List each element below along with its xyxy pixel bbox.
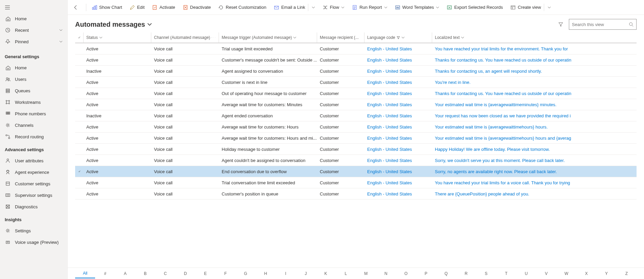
table-row[interactable]: ActiveVoice callAverage wait time for cu…: [75, 99, 637, 110]
sidebar-item-settings[interactable]: Settings: [0, 225, 67, 236]
cell-localized-text[interactable]: Your estimated wait time is {averagewait…: [432, 124, 637, 130]
alpha-tab-t[interactable]: T: [496, 269, 516, 278]
edit-button[interactable]: Edit: [126, 0, 148, 15]
col-channel[interactable]: Channel (Automated message): [151, 32, 219, 43]
table-row[interactable]: ActiveVoice callTrial conversation time …: [75, 177, 637, 188]
cell-language[interactable]: English - United States: [364, 102, 432, 107]
hamburger-button[interactable]: [0, 2, 67, 13]
cell-localized-text[interactable]: Your estimated wait time is {averagewait…: [432, 102, 637, 107]
sidebar-item-supervisor-settings[interactable]: Supervisor settings: [0, 189, 67, 201]
cell-language[interactable]: English - United States: [364, 46, 432, 51]
cell-language[interactable]: English - United States: [364, 69, 432, 74]
table-row[interactable]: ActiveVoice callEnd conversation due to …: [75, 166, 637, 177]
table-row[interactable]: ActiveVoice callCustomer's position in q…: [75, 188, 637, 200]
cell-language[interactable]: English - United States: [364, 158, 432, 163]
cell-localized-text[interactable]: Thanks for contacting us. You have reach…: [432, 91, 637, 96]
alpha-tab-f[interactable]: F: [216, 269, 236, 278]
alpha-tab-w[interactable]: W: [556, 269, 576, 278]
chevron-down-icon[interactable]: [341, 6, 345, 9]
word-templates-button[interactable]: Word Templates: [392, 0, 443, 15]
alpha-tab-b[interactable]: B: [135, 269, 155, 278]
col-recipient[interactable]: Message recipient (...: [317, 32, 364, 43]
sidebar-item-customer-settings[interactable]: Customer settings: [0, 178, 67, 189]
table-row[interactable]: ActiveVoice callAgent couldn't be assign…: [75, 155, 637, 166]
sidebar-item-channels[interactable]: Channels: [0, 119, 67, 131]
cell-localized-text[interactable]: You're next in line.: [432, 80, 637, 85]
filter-button[interactable]: [556, 20, 565, 29]
cell-localized-text[interactable]: You have reached your trial limits for t…: [432, 46, 637, 51]
alpha-tab-r[interactable]: R: [456, 269, 476, 278]
cell-language[interactable]: English - United States: [364, 80, 432, 85]
sidebar-item-phone-numbers[interactable]: Phone numbers: [0, 108, 67, 119]
alpha-tab-h[interactable]: H: [256, 269, 275, 278]
row-checkbox[interactable]: [75, 169, 83, 173]
alpha-tab-s[interactable]: S: [476, 269, 496, 278]
table-row[interactable]: ActiveVoice callAverage wait time for cu…: [75, 121, 637, 133]
sidebar-item-workstreams[interactable]: Workstreams: [0, 96, 67, 108]
cell-language[interactable]: English - United States: [364, 147, 432, 152]
alpha-tab-c[interactable]: C: [155, 269, 175, 278]
sidebar-item-home[interactable]: Home: [0, 13, 67, 24]
sidebar-item-user-attributes[interactable]: User attributes: [0, 155, 67, 166]
table-row[interactable]: ActiveVoice callTrial usage limit exceed…: [75, 43, 637, 54]
alpha-tab-x[interactable]: X: [576, 269, 596, 278]
table-row[interactable]: InactiveVoice callAgent ended conversati…: [75, 110, 637, 121]
alpha-tab-i[interactable]: I: [276, 269, 296, 278]
back-button[interactable]: [70, 0, 84, 15]
cell-localized-text[interactable]: Your request has now been closed as we h…: [432, 113, 637, 118]
cell-localized-text[interactable]: You have reached your trial limits for a…: [432, 180, 637, 185]
cell-localized-text[interactable]: Thanks for contacting us, an agent will …: [432, 69, 637, 74]
table-row[interactable]: ActiveVoice callOut of operating hour me…: [75, 88, 637, 99]
cell-language[interactable]: English - United States: [364, 113, 432, 118]
search-input[interactable]: [572, 22, 629, 27]
cell-language[interactable]: English - United States: [364, 57, 432, 63]
run-report-button[interactable]: Run Report: [349, 0, 391, 15]
alpha-tab-j[interactable]: J: [296, 269, 316, 278]
chevron-down-icon[interactable]: [384, 6, 387, 9]
search-icon[interactable]: [629, 22, 634, 27]
cell-language[interactable]: English - United States: [364, 91, 432, 96]
alpha-tab-p[interactable]: P: [416, 269, 436, 278]
cell-language[interactable]: English - United States: [364, 191, 432, 196]
cell-localized-text[interactable]: Thanks for contacting us. You have reach…: [432, 57, 637, 63]
cell-localized-text[interactable]: Sorry, no agents are available right now…: [432, 169, 637, 174]
sidebar-item-queues[interactable]: Queues: [0, 85, 67, 96]
create-view-button[interactable]: Create view: [507, 0, 554, 15]
alpha-tab-#[interactable]: #: [95, 269, 115, 278]
alpha-tab-all[interactable]: All: [75, 269, 95, 278]
alpha-tab-v[interactable]: V: [536, 269, 556, 278]
email-link-button[interactable]: Email a Link: [270, 0, 318, 15]
sidebar-item-pinned[interactable]: Pinned: [0, 36, 67, 47]
alpha-tab-l[interactable]: L: [336, 269, 356, 278]
sidebar-item-users[interactable]: Users: [0, 73, 67, 85]
show-chart-button[interactable]: Show Chart: [88, 0, 126, 15]
alpha-tab-g[interactable]: G: [236, 269, 256, 278]
cell-localized-text[interactable]: Sorry, we couldn't serve you at this mom…: [432, 158, 637, 163]
alpha-tab-o[interactable]: O: [396, 269, 416, 278]
sidebar-item-agent-experience[interactable]: Agent experience: [0, 166, 67, 178]
chevron-down-icon[interactable]: [436, 6, 439, 9]
table-row[interactable]: ActiveVoice callCustomer is next in line…: [75, 77, 637, 88]
cell-language[interactable]: English - United States: [364, 169, 432, 174]
cell-localized-text[interactable]: Happy Holiday! We are offline today. Ple…: [432, 147, 637, 152]
chevron-down-icon[interactable]: [548, 6, 551, 9]
alpha-tab-e[interactable]: E: [196, 269, 216, 278]
table-row[interactable]: ActiveVoice callCustomer's message could…: [75, 54, 637, 66]
page-title[interactable]: Automated messages: [75, 21, 152, 28]
flow-button[interactable]: Flow: [319, 0, 348, 15]
sidebar-item-voice-usage-preview-[interactable]: Voice usage (Preview): [0, 236, 67, 248]
search-box[interactable]: [569, 19, 637, 30]
alpha-tab-u[interactable]: U: [516, 269, 536, 278]
select-all-checkbox[interactable]: [75, 32, 83, 43]
col-trigger[interactable]: Message trigger (Automated message): [219, 32, 317, 43]
cell-localized-text[interactable]: Your estimated wait time is {averagewait…: [432, 136, 637, 141]
alpha-tab-z[interactable]: Z: [617, 269, 637, 278]
alpha-tab-a[interactable]: A: [115, 269, 135, 278]
table-row[interactable]: InactiveVoice callAgent assigned to conv…: [75, 66, 637, 77]
alpha-tab-k[interactable]: K: [316, 269, 336, 278]
table-row[interactable]: ActiveVoice callHoliday message to custo…: [75, 144, 637, 155]
sidebar-item-home[interactable]: Home: [0, 62, 67, 73]
alpha-tab-m[interactable]: M: [356, 269, 376, 278]
chevron-down-icon[interactable]: [312, 6, 315, 9]
col-status[interactable]: Status: [83, 32, 151, 43]
